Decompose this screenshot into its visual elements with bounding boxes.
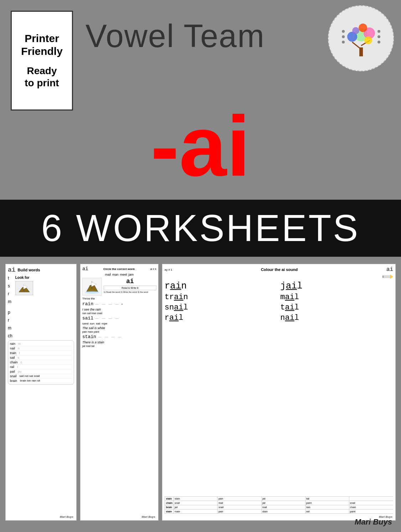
word-rain-big: rain xyxy=(165,281,277,291)
vowel-team-title: Vowel Team xyxy=(85,18,265,55)
logo-circle: SpraakBorrel xyxy=(328,5,394,71)
ai-center-label: ai xyxy=(104,278,156,285)
worksheets-title: 6 WORKSHEETS xyxy=(41,207,360,250)
circle-number: ai # 4 xyxy=(150,268,156,270)
word-row: chainc xyxy=(10,360,72,365)
word-snail-big: snail xyxy=(165,303,277,312)
word-nail-big: nail xyxy=(280,313,393,322)
svg-rect-23 xyxy=(382,276,390,278)
word-row: railr xyxy=(10,365,72,369)
word-row: nailn xyxy=(10,346,72,351)
instruction-text: 1) Read the word 2) Write the word 3) th… xyxy=(104,291,156,293)
build-ai-badge: ai xyxy=(8,266,16,273)
word-jail-big: jail xyxy=(280,281,393,291)
top-section: Printer Friendly Ready to print Vowel Te… xyxy=(0,0,401,200)
word-stain-row: stain — — — — xyxy=(82,334,156,339)
svg-point-10 xyxy=(342,35,345,38)
word-sail-row: sail — — — — xyxy=(82,316,156,321)
svg-point-12 xyxy=(377,30,380,33)
svg-point-11 xyxy=(342,41,345,44)
printer-friendly-box: Printer Friendly Ready to print xyxy=(11,11,73,111)
preview-section: ai Build words t s r m p r m ch Look for xyxy=(0,257,401,532)
pencil-icon xyxy=(165,275,393,280)
sail-extra: pain main paint xyxy=(82,331,156,333)
word-picture xyxy=(82,278,102,296)
svg-point-13 xyxy=(377,35,380,38)
stain-sentence: There is a stain xyxy=(82,341,156,344)
worksheets-section: 6 WORKSHEETS xyxy=(0,200,401,257)
word-row: traint xyxy=(10,351,72,355)
word-options-row: mailmanmeetjam xyxy=(82,273,156,276)
svg-point-7 xyxy=(352,27,359,34)
word-list-box: rainrc nailn traint sails chainc railr p… xyxy=(8,340,74,385)
build-words-card: ai Build words t s r m p r m ch Look for xyxy=(5,264,77,521)
word-row: brainbrain bin rain sit xyxy=(10,379,72,383)
printer-label: Printer Friendly xyxy=(21,32,63,58)
word-row: pailpu xyxy=(10,369,72,374)
look-for-label: Look for xyxy=(15,276,74,280)
mari-buys-label: Mari Buys xyxy=(60,515,73,518)
bottom-word-grid: stain stain pain jail tail chain snail m… xyxy=(165,496,393,514)
word-grid-table: stain stain pain jail tail chain snail m… xyxy=(165,496,393,514)
ready-label: Ready to print xyxy=(25,65,59,89)
circle-correct-card: ai Circle the correct word. ai # 4 mailm… xyxy=(80,264,158,521)
word-rail-big: rail xyxy=(165,313,277,322)
word-row: snailsail not sat snail xyxy=(10,374,72,379)
read-write-box: Read & Write 8 xyxy=(104,286,156,290)
word-rain-row: rain — — — — • xyxy=(82,301,156,307)
main-mari-buys: Mari Buys xyxy=(355,517,392,527)
svg-marker-24 xyxy=(390,275,393,279)
mari-buys-label-2: Mari Buys xyxy=(142,515,155,518)
word-row: rainrc xyxy=(10,342,72,346)
circle-ai-badge: ai xyxy=(82,266,88,272)
colour-ai-card: ay # 1 Colour the ai sound ai rain jail … xyxy=(162,264,396,521)
picture-svg xyxy=(84,279,101,295)
big-words-grid: rain jail train mail snail tail rail nai… xyxy=(165,281,393,322)
boat-image xyxy=(17,282,31,295)
word-train-big: train xyxy=(165,293,277,302)
svg-point-6 xyxy=(359,24,367,32)
circle-title: Circle the correct word. xyxy=(88,267,150,271)
rain-sentence: I see the rain xyxy=(82,308,156,311)
build-words-title: Build words xyxy=(18,268,40,272)
sail-options: sandsunsailrope xyxy=(82,322,156,325)
sail-sentence: The sail is white xyxy=(82,326,156,330)
letters-list: t s r m p r m ch xyxy=(8,276,14,338)
colour-ai-badge: ai xyxy=(386,266,393,273)
svg-point-22 xyxy=(85,291,99,294)
image-placeholder xyxy=(15,281,33,295)
svg-point-8 xyxy=(364,36,372,44)
word-row: sails xyxy=(10,355,72,360)
svg-rect-25 xyxy=(382,276,384,278)
rain-options: rain sail train snail xyxy=(82,312,156,314)
svg-line-1 xyxy=(352,42,361,49)
ai-main-symbol: -ai xyxy=(0,103,401,189)
svg-point-14 xyxy=(377,41,380,44)
svg-point-9 xyxy=(342,30,345,33)
throw-label: Throw the xyxy=(82,297,156,300)
word-tail-big: tail xyxy=(280,303,393,312)
colour-title: Colour the ai sound xyxy=(172,267,386,272)
logo-svg: SpraakBorrel xyxy=(342,17,381,60)
stain-options: jail mail tail xyxy=(82,345,156,347)
colour-number: ay # 1 xyxy=(165,268,172,271)
word-mail-big: mail xyxy=(280,293,393,302)
